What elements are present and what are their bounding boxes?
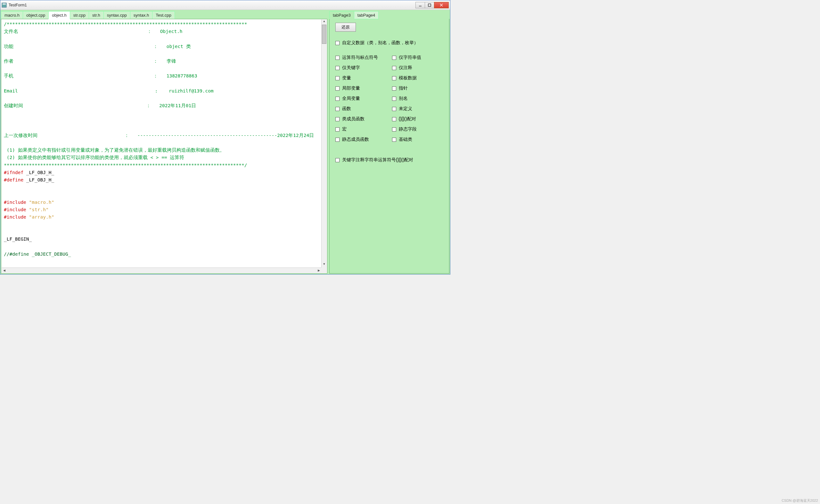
comment-line: (1) 如果类定义中有指针或引用变量或对象，为了避免潜在错误，最好重载拷贝构造函… bbox=[4, 148, 225, 153]
file-tab-syntax-h[interactable]: syntax.h bbox=[130, 11, 152, 19]
checkbox[interactable] bbox=[335, 107, 340, 111]
checkbox-label: 变量 bbox=[342, 75, 351, 81]
checkbox-label: 类成员函数 bbox=[342, 116, 365, 122]
checkbox-label: 仅注释 bbox=[399, 65, 412, 71]
checkbox[interactable] bbox=[335, 138, 340, 142]
checkbox-row: 指针 bbox=[392, 85, 446, 91]
option-tabs: tabPage3tabPage4 bbox=[329, 11, 449, 19]
checkbox-row: 变量 bbox=[335, 75, 390, 81]
checkbox[interactable] bbox=[335, 158, 340, 162]
left-pane: macro.hobject.cppobject.hstr.cppstr.hsyn… bbox=[1, 11, 327, 274]
checkbox-row: 局部变量 bbox=[335, 85, 390, 91]
checkbox[interactable] bbox=[392, 97, 396, 101]
checkbox-row: 仅关键字 bbox=[335, 65, 390, 71]
maximize-button[interactable] bbox=[425, 2, 434, 8]
checkbox-label: 指针 bbox=[399, 85, 408, 91]
scroll-down-icon[interactable]: ▼ bbox=[322, 262, 327, 268]
checkbox[interactable] bbox=[392, 86, 396, 91]
comment-line: (2) 如果使你的类能够给其它可以排序功能的类使用，就必须重载 < > == 运… bbox=[4, 155, 184, 160]
comment-line: ****************************************… bbox=[4, 163, 247, 168]
checkbox-row: 模板数据 bbox=[392, 75, 446, 81]
app-icon bbox=[2, 3, 7, 8]
restore-button[interactable]: 还原 bbox=[335, 23, 356, 32]
checkbox[interactable] bbox=[335, 56, 340, 60]
checkbox-label: 自定义数据（类，别名，函数，枚举） bbox=[342, 40, 418, 46]
checkbox-row: 宏 bbox=[335, 126, 390, 132]
checkbox-label: 静态字段 bbox=[399, 126, 417, 132]
macro-name: _LF_OBJ_H_ bbox=[23, 170, 54, 175]
checkbox-row: 仅字符串值 bbox=[392, 55, 446, 60]
checkbox[interactable] bbox=[335, 86, 340, 91]
checkbox-label: {}[]()配对 bbox=[399, 116, 416, 122]
checkbox[interactable] bbox=[392, 107, 396, 111]
checkbox[interactable] bbox=[392, 76, 396, 80]
checkbox-row: 函数 bbox=[335, 106, 390, 112]
preproc-keyword: #include bbox=[4, 214, 26, 220]
checkbox[interactable] bbox=[392, 138, 396, 142]
window-title: TestForm1 bbox=[9, 3, 416, 7]
scroll-right-icon[interactable]: ▶ bbox=[316, 268, 321, 273]
checkbox-row: 类成员函数 bbox=[335, 116, 390, 122]
checkbox-row: 未定义 bbox=[392, 106, 446, 112]
checkbox-row: 别名 bbox=[392, 96, 446, 101]
checkbox[interactable] bbox=[392, 56, 396, 60]
macro-call: _LF_BEGIN_ bbox=[4, 236, 32, 242]
scroll-left-icon[interactable]: ◀ bbox=[2, 268, 7, 273]
checkbox[interactable] bbox=[392, 127, 396, 132]
checkbox-label: 未定义 bbox=[399, 106, 412, 112]
preproc-keyword: #define bbox=[4, 177, 23, 182]
checkbox[interactable] bbox=[335, 76, 340, 80]
window-controls bbox=[416, 2, 449, 8]
checkbox[interactable] bbox=[335, 97, 340, 101]
include-path: "macro.h" bbox=[26, 200, 54, 205]
file-tab-object-h[interactable]: object.h bbox=[48, 11, 70, 19]
client-area: macro.hobject.cppobject.hstr.cppstr.hsyn… bbox=[0, 10, 450, 274]
comment-line: //#define _OBJECT_DEBUG_ bbox=[4, 252, 71, 257]
checkbox-label: 仅关键字 bbox=[342, 65, 360, 71]
comment-line: 上一次修改时间 ： ------------------------------… bbox=[4, 133, 314, 138]
vertical-scrollbar[interactable]: ▲ ▼ bbox=[321, 20, 327, 268]
file-tab-str-cpp[interactable]: str.cpp bbox=[70, 11, 89, 19]
app-window: TestForm1 macro.hobject.cppobject.hstr.c… bbox=[0, 0, 450, 275]
file-tab-Test-cpp[interactable]: Test.cpp bbox=[152, 11, 174, 19]
checkbox-label: 局部变量 bbox=[342, 85, 360, 91]
option-tab-tabPage4[interactable]: tabPage4 bbox=[354, 11, 379, 19]
horizontal-scrollbar[interactable]: ◀ ▶ bbox=[2, 268, 321, 273]
file-tab-str-h[interactable]: str.h bbox=[89, 11, 104, 19]
checkbox[interactable] bbox=[392, 117, 396, 121]
file-tab-syntax-cpp[interactable]: syntax.cpp bbox=[103, 11, 130, 19]
titlebar[interactable]: TestForm1 bbox=[0, 0, 450, 10]
code-editor[interactable]: /***************************************… bbox=[1, 19, 327, 273]
checkbox-label: 模板数据 bbox=[399, 75, 417, 81]
checkbox-label: 运算符与标点符号 bbox=[342, 55, 378, 60]
file-tab-macro-h[interactable]: macro.h bbox=[1, 11, 23, 19]
scroll-thumb[interactable] bbox=[322, 25, 326, 44]
checkbox[interactable] bbox=[335, 41, 340, 45]
include-path: "array.h" bbox=[26, 214, 54, 220]
svg-rect-1 bbox=[3, 4, 6, 4]
preproc-keyword: #include bbox=[4, 207, 26, 212]
code-frame: /***************************************… bbox=[1, 19, 327, 274]
checkbox-row: 全局变量 bbox=[335, 96, 390, 101]
close-button[interactable] bbox=[434, 2, 449, 8]
option-tab-tabPage3[interactable]: tabPage3 bbox=[329, 11, 354, 19]
checkbox[interactable] bbox=[335, 127, 340, 132]
comment-line: 文件名 ： Object.h bbox=[4, 29, 182, 34]
checkbox-row: 自定义数据（类，别名，函数，枚举） bbox=[335, 40, 446, 46]
checkbox-label: 基础类 bbox=[399, 137, 412, 142]
scroll-up-icon[interactable]: ▲ bbox=[322, 20, 327, 25]
preproc-keyword: #ifndef bbox=[4, 170, 23, 175]
checkbox-row: 基础类 bbox=[392, 137, 446, 142]
checkbox-label: 静态成员函数 bbox=[342, 137, 369, 142]
checkbox[interactable] bbox=[392, 66, 396, 70]
checkbox-row: 静态成员函数 bbox=[335, 137, 390, 142]
checkbox-label: 宏 bbox=[342, 126, 347, 132]
minimize-button[interactable] bbox=[415, 2, 425, 8]
checkbox[interactable] bbox=[335, 66, 340, 70]
comment-line: /***************************************… bbox=[4, 21, 247, 27]
preproc-keyword: #include bbox=[4, 200, 26, 205]
checkbox[interactable] bbox=[335, 117, 340, 121]
right-pane: tabPage3tabPage4 还原 自定义数据（类，别名，函数，枚举） 运算… bbox=[329, 11, 449, 274]
options-panel: 还原 自定义数据（类，别名，函数，枚举） 运算符与标点符号仅关键字变量局部变量全… bbox=[329, 19, 449, 274]
file-tab-object-cpp[interactable]: object.cpp bbox=[23, 11, 49, 19]
